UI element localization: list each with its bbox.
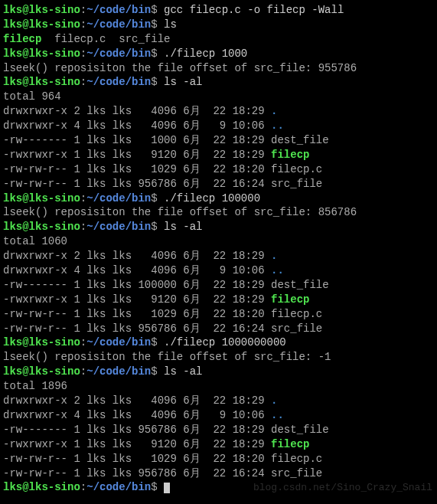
output-line: drwxrwxr-x 4 lks lks 4096 6月 9 10:06 .. [3, 119, 434, 133]
cwd-path: ~/code/bin [86, 481, 151, 493]
output-line: -rw-rw-r-- 1 lks lks 956786 6月 22 16:24 … [3, 466, 434, 481]
prompt-line[interactable]: lks@lks-sino:~/code/bin$ gcc filecp.c -o… [3, 3, 434, 18]
user-host: lks@lks-sino [3, 4, 80, 16]
dir-name: .. [271, 264, 284, 277]
output-line: -rwxrwxr-x 1 lks lks 9120 6月 22 18:29 fi… [3, 437, 434, 452]
dir-name: . [271, 394, 277, 407]
dir-name: . [271, 250, 277, 262]
colon: : [80, 18, 86, 31]
cwd-path: ~/code/bin [86, 47, 151, 60]
command-text: ./filecp 1000 [158, 47, 248, 60]
cursor [164, 483, 170, 493]
output-line: -rwxrwxr-x 1 lks lks 9120 6月 22 18:29 fi… [3, 148, 434, 162]
dir-name: .. [271, 409, 284, 421]
cwd-path: ~/code/bin [86, 18, 151, 31]
user-host: lks@lks-sino [3, 76, 80, 88]
watermark-text: blog.csdn.net/Sino_Crazy_Snail [253, 481, 432, 495]
dollar-sign: $ [151, 18, 157, 31]
colon: : [80, 481, 86, 493]
output-line: total 964 [3, 90, 434, 104]
dollar-sign: $ [151, 221, 157, 233]
colon: : [80, 4, 86, 16]
colon: : [80, 221, 86, 233]
output-line: -rwxrwxr-x 1 lks lks 9120 6月 22 18:29 fi… [3, 293, 434, 307]
colon: : [80, 47, 86, 60]
prompt-line[interactable]: lks@lks-sino:~/code/bin$ ./filecp 100000 [3, 191, 434, 206]
output-line: drwxrwxr-x 2 lks lks 4096 6月 22 18:29 . [3, 394, 434, 408]
dir-name: . [271, 105, 277, 117]
output-line: lseek() reposisiton the file offset of s… [3, 205, 434, 220]
output-line: drwxrwxr-x 2 lks lks 4096 6月 22 18:29 . [3, 249, 434, 263]
output-line: -rw-rw-r-- 1 lks lks 956786 6月 22 16:24 … [3, 322, 434, 336]
dollar-sign: $ [151, 76, 157, 88]
cwd-path: ~/code/bin [86, 365, 151, 378]
colon: : [80, 192, 86, 205]
executable-name: filecp [3, 33, 41, 45]
executable-name: filecp [271, 293, 309, 306]
dollar-sign: $ [151, 481, 157, 493]
command-text: ./filecp 100000 [158, 192, 260, 205]
dollar-sign: $ [151, 336, 157, 349]
command-text: ls [158, 18, 177, 31]
output-line: filecp filecp.c src_file [3, 32, 434, 47]
cwd-path: ~/code/bin [86, 336, 151, 349]
user-host: lks@lks-sino [3, 336, 80, 349]
command-text: ls -al [158, 365, 203, 378]
prompt-line[interactable]: lks@lks-sino:~/code/bin$ ./filecp 1000 [3, 47, 434, 61]
output-line: lseek() reposisiton the file offset of s… [3, 61, 434, 76]
output-line: drwxrwxr-x 2 lks lks 4096 6月 22 18:29 . [3, 104, 434, 119]
output-line: -rw------- 1 lks lks 956786 6月 22 18:29 … [3, 423, 434, 437]
output-line: drwxrwxr-x 4 lks lks 4096 6月 9 10:06 .. [3, 263, 434, 278]
colon: : [80, 336, 86, 349]
cwd-path: ~/code/bin [86, 221, 151, 233]
user-host: lks@lks-sino [3, 192, 80, 205]
user-host: lks@lks-sino [3, 221, 80, 233]
output-line: -rw-rw-r-- 1 lks lks 1029 6月 22 18:20 fi… [3, 307, 434, 322]
command-text: ./filecp 1000000000 [158, 336, 286, 349]
prompt-line[interactable]: lks@lks-sino:~/code/bin$ ls -al [3, 365, 434, 379]
user-host: lks@lks-sino [3, 47, 80, 60]
prompt-line[interactable]: lks@lks-sino:~/code/bin$ ls -al [3, 220, 434, 234]
terminal[interactable]: lks@lks-sino:~/code/bin$ gcc filecp.c -o… [3, 3, 434, 495]
dollar-sign: $ [151, 4, 157, 16]
file-list: filecp.c src_file [41, 33, 170, 45]
prompt-line[interactable]: lks@lks-sino:~/code/bin$ ls -al [3, 75, 434, 90]
executable-name: filecp [271, 149, 309, 161]
output-line: -rw-rw-r-- 1 lks lks 1029 6月 22 18:20 fi… [3, 162, 434, 177]
colon: : [80, 365, 86, 378]
output-line: drwxrwxr-x 4 lks lks 4096 6月 9 10:06 .. [3, 408, 434, 423]
output-line: total 1896 [3, 379, 434, 394]
output-line: total 1060 [3, 234, 434, 249]
output-line: -rw------- 1 lks lks 100000 6月 22 18:29 … [3, 278, 434, 293]
cwd-path: ~/code/bin [86, 192, 151, 205]
command-text: ls -al [158, 76, 203, 88]
user-host: lks@lks-sino [3, 18, 80, 31]
user-host: lks@lks-sino [3, 481, 80, 493]
dir-name: .. [271, 119, 284, 132]
output-line: -rw-rw-r-- 1 lks lks 956786 6月 22 16:24 … [3, 177, 434, 191]
command-text: ls -al [158, 221, 203, 233]
dollar-sign: $ [151, 47, 157, 60]
command-text: gcc filecp.c -o filecp -Wall [158, 4, 344, 16]
user-host: lks@lks-sino [3, 365, 80, 378]
cwd-path: ~/code/bin [86, 4, 151, 16]
dollar-sign: $ [151, 365, 157, 378]
output-line: -rw------- 1 lks lks 1000 6月 22 18:29 de… [3, 133, 434, 148]
output-line: -rw-rw-r-- 1 lks lks 1029 6月 22 18:20 fi… [3, 452, 434, 466]
executable-name: filecp [271, 438, 309, 450]
dollar-sign: $ [151, 192, 157, 205]
prompt-line[interactable]: lks@lks-sino:~/code/bin$ ./filecp 100000… [3, 335, 434, 350]
cwd-path: ~/code/bin [86, 76, 151, 88]
output-line: lseek() reposisiton the file offset of s… [3, 350, 434, 365]
prompt-line[interactable]: lks@lks-sino:~/code/bin$ ls [3, 18, 434, 32]
colon: : [80, 76, 86, 88]
